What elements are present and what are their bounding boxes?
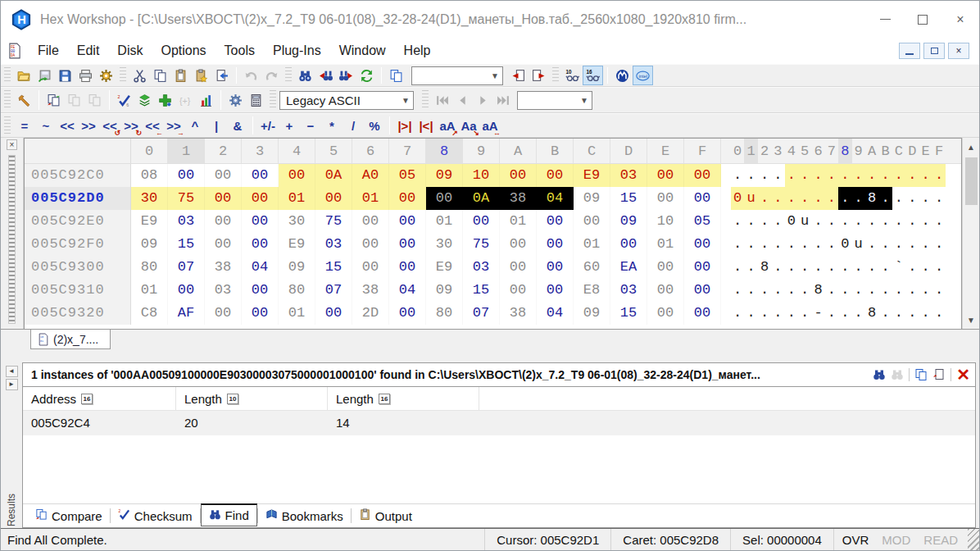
ascii-char-cell[interactable]: .	[825, 164, 838, 187]
mdi-restore-button[interactable]	[923, 43, 945, 59]
ascii-char-cell[interactable]: .	[785, 279, 798, 302]
hex-byte-cell[interactable]: 00	[315, 302, 352, 325]
hex-byte-cell[interactable]: 00	[242, 164, 279, 187]
menu-item-help[interactable]: Help	[395, 40, 440, 61]
hex-byte-cell[interactable]: 00	[352, 233, 389, 256]
ascii-char-cell[interactable]: .	[878, 302, 892, 325]
ascii-char-cell[interactable]: .	[892, 302, 905, 325]
ascii-char-cell[interactable]: .	[825, 210, 838, 233]
operator-button[interactable]: aA↗	[437, 116, 458, 135]
ascii-char-cell[interactable]: .	[852, 187, 865, 210]
ascii-char-cell[interactable]: .	[892, 233, 905, 256]
hex-byte-cell[interactable]: 09	[610, 210, 647, 233]
previous-instance-button[interactable]	[508, 66, 529, 85]
results-tab-find[interactable]: Find	[201, 503, 257, 526]
hex-byte-cell[interactable]: 00	[574, 210, 610, 233]
ascii-char-cell[interactable]: .	[865, 279, 878, 302]
statistics-button[interactable]	[196, 90, 216, 110]
operator-button[interactable]: Aa↘	[458, 116, 479, 135]
ascii-char-cell[interactable]: .	[744, 302, 757, 325]
ascii-char-cell[interactable]: .	[838, 164, 851, 187]
close-results-icon[interactable]: ✕	[956, 368, 970, 381]
hex-byte-cell[interactable]: 75	[168, 187, 205, 210]
ascii-char-cell[interactable]: 8	[758, 256, 771, 279]
motorola-byte-order-button[interactable]	[612, 66, 633, 85]
ascii-char-cell[interactable]: .	[905, 164, 919, 187]
hex-byte-cell[interactable]: 00	[205, 302, 242, 325]
hex-byte-cell[interactable]: E8	[574, 279, 610, 302]
hex-byte-cell[interactable]: 15	[315, 256, 352, 279]
ascii-char-cell[interactable]: .	[771, 210, 784, 233]
goto-combo[interactable]: ▼	[517, 91, 592, 110]
results-tab-checksum[interactable]: 2Checksum	[111, 506, 200, 526]
ascii-char-cell[interactable]: .	[758, 210, 771, 233]
ascii-char-cell[interactable]: `	[892, 256, 905, 279]
hex-byte-cell[interactable]: 0A	[463, 187, 500, 210]
operator-button[interactable]: =	[14, 116, 35, 135]
hex-byte-cell[interactable]: 07	[168, 256, 205, 279]
ascii-char-cell[interactable]: .	[798, 233, 811, 256]
toolbar-grip[interactable]	[552, 67, 559, 84]
save-file-button[interactable]	[55, 66, 75, 85]
ascii-char-cell[interactable]: .	[758, 164, 771, 187]
hex-view-button[interactable]: 16	[583, 66, 603, 85]
ascii-char-cell[interactable]: .	[758, 233, 771, 256]
hex-byte-cell[interactable]: 07	[463, 302, 500, 325]
find-backward-button[interactable]	[315, 66, 336, 85]
hex-byte-cell[interactable]: 09	[131, 233, 168, 256]
replace-button[interactable]	[356, 66, 377, 85]
hex-byte-cell[interactable]: 09	[279, 256, 315, 279]
operator-button[interactable]: +/-	[257, 116, 279, 135]
ascii-char-cell[interactable]: .	[919, 164, 932, 187]
intel-byte-order-button[interactable]: intel	[633, 66, 653, 85]
cut-button[interactable]	[129, 66, 150, 85]
operator-button[interactable]: *	[321, 116, 343, 135]
hex-byte-cell[interactable]: 00	[500, 233, 537, 256]
chevron-down-icon[interactable]: ▼	[488, 67, 502, 84]
ascii-char-cell[interactable]: .	[852, 164, 865, 187]
operator-button[interactable]: −	[300, 116, 321, 135]
hex-byte-cell[interactable]: 00	[205, 233, 242, 256]
ascii-char-cell[interactable]: .	[798, 302, 811, 325]
chevron-right-icon[interactable]: ►	[6, 379, 18, 390]
hex-byte-cell[interactable]: 15	[168, 233, 205, 256]
hex-byte-cell[interactable]: 00	[242, 187, 279, 210]
ascii-char-cell[interactable]: u	[798, 210, 811, 233]
operator-button[interactable]: >>	[78, 116, 99, 135]
generate-button[interactable]	[134, 90, 155, 110]
decimal-view-button[interactable]: 10	[562, 66, 583, 85]
ascii-char-cell[interactable]: .	[838, 210, 851, 233]
ascii-char-cell[interactable]: .	[919, 210, 932, 233]
operator-button[interactable]: |<|	[415, 116, 437, 135]
hex-byte-cell[interactable]: 80	[426, 302, 463, 325]
hex-byte-cell[interactable]: 05	[684, 210, 721, 233]
ascii-char-cell[interactable]: .	[852, 210, 865, 233]
ascii-char-cell[interactable]: .	[932, 233, 946, 256]
hex-byte-cell[interactable]: C8	[131, 302, 168, 325]
ascii-char-cell[interactable]: .	[905, 210, 919, 233]
ascii-char-cell[interactable]: .	[865, 210, 878, 233]
hex-byte-cell[interactable]: 00	[168, 164, 205, 187]
ascii-char-cell[interactable]: 0	[838, 233, 851, 256]
hex-byte-cell[interactable]: 09	[426, 164, 463, 187]
hex-byte-cell[interactable]: 00	[352, 210, 389, 233]
results-tab-output[interactable]: Output	[352, 506, 420, 526]
hex-byte-cell[interactable]: 75	[315, 210, 352, 233]
chevron-left-icon[interactable]: ◄	[6, 366, 18, 377]
hex-byte-cell[interactable]: 00	[242, 210, 279, 233]
hex-byte-cell[interactable]: 60	[574, 256, 610, 279]
hex-byte-cell[interactable]: 00	[242, 233, 279, 256]
ascii-char-cell[interactable]: .	[785, 233, 798, 256]
ascii-char-cell[interactable]: .	[744, 233, 757, 256]
hex-byte-cell[interactable]: 00	[537, 256, 574, 279]
hex-byte-cell[interactable]: 00	[537, 210, 574, 233]
operator-button[interactable]: <<←	[142, 116, 163, 135]
hex-byte-cell[interactable]: 2D	[352, 302, 389, 325]
copy-results-icon[interactable]	[914, 368, 928, 381]
operator-button[interactable]: >>→	[163, 116, 184, 135]
hex-byte-cell[interactable]: 00	[168, 279, 205, 302]
hex-byte-cell[interactable]: E9	[279, 233, 315, 256]
hex-byte-cell[interactable]: 0A	[315, 164, 352, 187]
hex-byte-cell[interactable]: 38	[500, 302, 537, 325]
ascii-char-cell[interactable]: .	[825, 256, 838, 279]
